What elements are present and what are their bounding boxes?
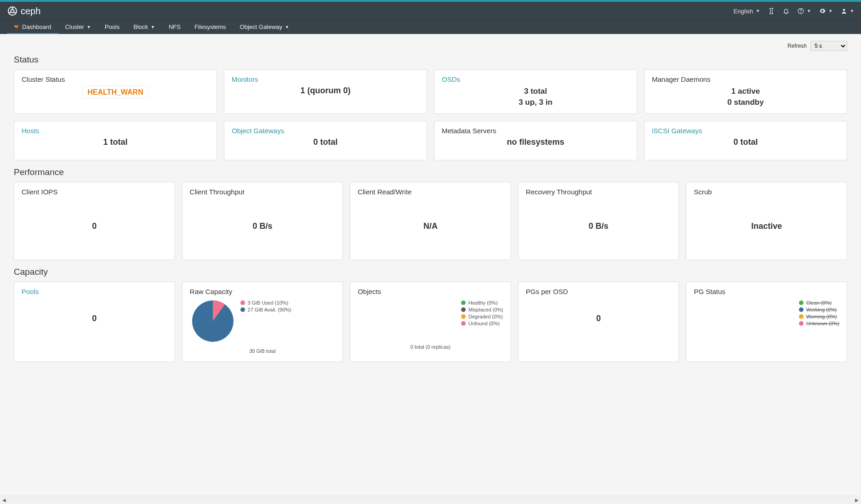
card-title: Client Throughput [190,188,336,196]
nav-nfs[interactable]: NFS [162,21,188,34]
legend-item[interactable]: Degraded (0%) [461,314,503,319]
tasks-icon[interactable] [768,8,775,14]
raw-capacity-total: 30 GiB total [190,348,336,354]
language-switcher[interactable]: English▼ [734,8,760,15]
card-pgs-per-osd: PGs per OSD 0 [518,282,679,362]
card-value: 3 total3 up, 3 in [442,86,629,108]
card-hosts: Hosts 1 total [14,121,217,160]
card-title-link[interactable]: Pools [22,288,167,295]
legend-item[interactable]: Misplaced (0%) [461,307,503,312]
nav-filesystems[interactable]: Filesystems [188,21,233,34]
legend-dot [799,314,804,319]
main-nav: ❤Dashboard Cluster▼ Pools Block▼ NFS Fil… [0,20,861,34]
nav-dashboard[interactable]: ❤Dashboard [7,21,58,34]
card-title-link[interactable]: iSCSI Gateways [652,127,839,135]
legend-item[interactable]: 3 GiB Used (10%) [240,300,291,306]
legend-item[interactable]: 27 GiB Avail. (90%) [240,307,291,312]
card-value: 1 (quorum 0) [232,86,419,96]
card-title: PGs per OSD [526,288,672,295]
card-raw-capacity: Raw Capacity 3 GiB Used (10%) 27 GiB Ava… [182,282,343,362]
card-title: Cluster Status [22,75,209,83]
pg-status-legend: Clean (0%) Working (0%) Warning (0%) Unk… [799,300,839,328]
settings-menu[interactable]: ▼ [819,8,832,14]
card-title: Recovery Throughput [526,188,672,196]
legend-dot [240,307,245,312]
card-value: 0 [526,314,672,323]
objects-legend: Healthy (0%) Misplaced (0%) Degraded (0%… [461,300,503,328]
card-title-link[interactable]: Monitors [232,75,419,83]
chevron-down-icon: ▼ [756,9,760,13]
legend-dot [799,307,804,312]
user-menu[interactable]: ▼ [841,8,854,14]
card-title-link[interactable]: Hosts [22,127,209,135]
legend-item[interactable]: Working (0%) [799,307,839,312]
nav-object-gateway[interactable]: Object Gateway▼ [233,21,296,34]
legend-dot [799,300,804,305]
card-value: 0 [22,198,167,254]
refresh-select[interactable]: 5 s [810,41,847,51]
legend-item[interactable]: Unknown (0%) [799,321,839,326]
chevron-down-icon: ▼ [87,25,91,29]
card-value: 1 total [22,137,209,147]
card-scrub: Scrub Inactive [686,182,847,260]
heartbeat-icon: ❤ [14,23,19,30]
objects-total: 0 total (0 replicas) [358,344,503,350]
card-recovery-throughput: Recovery Throughput 0 B/s [518,182,679,260]
svg-point-6 [801,12,801,13]
performance-heading: Performance [14,167,847,177]
raw-capacity-legend: 3 GiB Used (10%) 27 GiB Avail. (90%) [240,300,291,314]
legend-dot [240,300,245,305]
legend-item[interactable]: Warning (0%) [799,314,839,319]
legend-item[interactable]: Unfound (0%) [461,321,503,326]
card-title-link[interactable]: Object Gateways [232,127,419,135]
card-title: Client IOPS [22,188,167,196]
capacity-heading: Capacity [14,267,847,277]
card-pools: Pools 0 [14,282,175,362]
notifications-icon[interactable] [783,8,789,14]
brand-logo[interactable]: ceph [7,6,40,17]
legend-item[interactable]: Healthy (0%) [461,300,503,306]
card-value: no filesystems [442,137,629,147]
help-menu[interactable]: ▼ [798,8,811,14]
card-client-read-write: Client Read/Write N/A [350,182,511,260]
svg-line-3 [9,12,11,13]
card-title: Manager Daemons [652,75,839,83]
health-status-badge[interactable]: HEALTH_WARN [82,86,148,99]
refresh-control: Refresh 5 s [14,41,847,51]
card-title: Scrub [694,188,839,196]
svg-line-4 [14,12,16,13]
topbar: ceph English▼ ▼ ▼ ▼ [0,2,861,20]
chevron-down-icon: ▼ [151,25,155,29]
page-content: Refresh 5 s Status Cluster Status HEALTH… [0,34,861,383]
nav-pools[interactable]: Pools [98,21,127,34]
legend-item[interactable]: Clean (0%) [799,300,839,306]
card-value: 0 B/s [526,198,672,254]
card-value: 0 B/s [190,198,336,254]
svg-point-1 [11,10,14,13]
legend-dot [461,314,466,319]
card-value: 0 [22,314,167,323]
status-heading: Status [14,55,847,65]
card-title: Metadata Servers [442,127,629,135]
card-value: N/A [358,198,503,254]
legend-dot [461,321,466,326]
card-monitors: Monitors 1 (quorum 0) [224,69,427,114]
card-value: Inactive [694,198,839,254]
card-title: Client Read/Write [358,188,503,196]
card-value: 0 total [232,137,419,147]
card-title: PG Status [694,288,839,295]
chevron-down-icon: ▼ [285,25,289,29]
card-object-gateways: Object Gateways 0 total [224,121,427,160]
card-iscsi-gateways: iSCSI Gateways 0 total [644,121,847,160]
refresh-label: Refresh [787,43,807,49]
card-title: Raw Capacity [190,288,336,295]
nav-block[interactable]: Block▼ [126,21,162,34]
nav-cluster[interactable]: Cluster▼ [58,21,98,34]
card-title: Objects [358,288,503,295]
card-manager-daemons: Manager Daemons 1 active0 standby [644,69,847,114]
legend-dot [461,300,466,305]
card-client-throughput: Client Throughput 0 B/s [182,182,343,260]
card-title-link[interactable]: OSDs [442,75,629,83]
chevron-down-icon: ▼ [807,9,811,13]
legend-dot [799,321,804,326]
